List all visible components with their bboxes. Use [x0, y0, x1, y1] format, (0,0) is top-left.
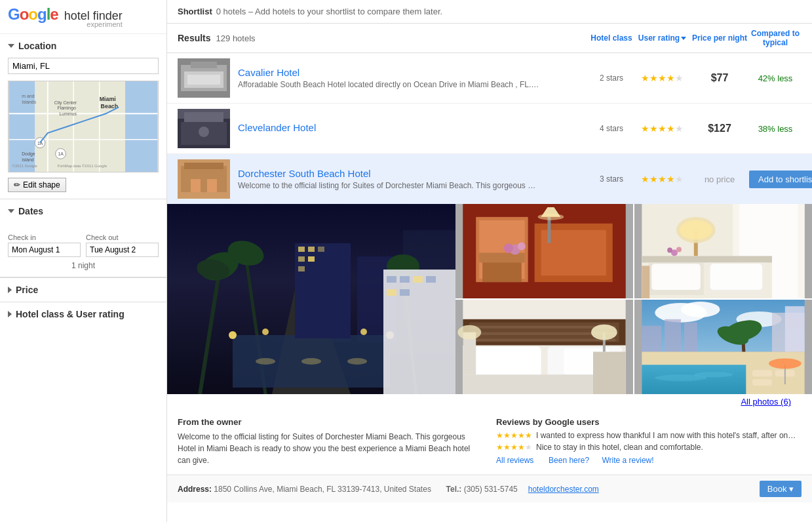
- review-item: ★★★★★ I wanted to express how thankful I…: [496, 431, 802, 440]
- hotel-details: From the owner Welcome to the official l…: [167, 409, 812, 475]
- svg-rect-112: [473, 339, 615, 342]
- svg-point-53: [256, 358, 275, 365]
- svg-text:Miami: Miami: [100, 96, 116, 102]
- photo-main-img: [167, 204, 455, 394]
- checkout-col: Check out: [86, 233, 159, 257]
- hotel-info: Dorchester South Beach Hotel Welcome to …: [230, 168, 589, 190]
- hotel-class-header[interactable]: Hotel class & User rating: [0, 302, 166, 326]
- reviews-title: Reviews by Google users: [496, 417, 802, 427]
- hotel-price: no price: [690, 173, 749, 185]
- review-links: All reviews Been here? Write a review!: [496, 456, 802, 465]
- location-label: Location: [18, 41, 56, 51]
- hotel-thumb-img: [178, 109, 230, 148]
- hotel-info: Cavalier Hotel Afforadable South Beach H…: [230, 67, 589, 89]
- col-hotel-class[interactable]: Hotel class: [589, 33, 634, 43]
- svg-point-144: [769, 358, 802, 369]
- svg-text:m and: m and: [22, 94, 34, 98]
- svg-rect-142: [752, 379, 772, 386]
- map-svg: m and Islands City Center Flamingo Lummu…: [9, 81, 158, 172]
- sidebar: Google hotel finder experiment Location: [0, 0, 167, 522]
- hotel-footer: Address: 1850 Collins Ave, Miami Beach, …: [167, 475, 812, 502]
- shortlist-bar: Shortlist 0 hotels – Add hotels to your …: [167, 0, 812, 24]
- svg-point-103: [676, 247, 682, 252]
- location-section: Location m and: [0, 34, 166, 199]
- svg-text:FishMap data ©2011 Google: FishMap data ©2011 Google: [58, 164, 107, 168]
- review-text: I wanted to express how thankful I am no…: [536, 431, 798, 440]
- svg-rect-2: [125, 81, 157, 172]
- price-header[interactable]: Price: [0, 278, 166, 302]
- hotel-compared: 38% less: [749, 124, 802, 134]
- hotel-desc: Afforadable South Beach Hotel located di…: [238, 80, 539, 89]
- write-review-link[interactable]: Write a review!: [602, 456, 653, 465]
- svg-text:©2011 Google: ©2011 Google: [12, 164, 38, 168]
- location-header[interactable]: Location: [0, 34, 166, 58]
- checkout-input[interactable]: [86, 243, 159, 257]
- hotel-thumb: [178, 109, 230, 148]
- checkin-col: Check in: [8, 233, 81, 257]
- svg-rect-31: [184, 112, 223, 122]
- svg-text:Island: Island: [22, 157, 34, 162]
- hotel-compared: Add to shortlist: [749, 171, 802, 188]
- hotel-thumb: [178, 58, 230, 98]
- been-here-link[interactable]: Been here?: [549, 456, 589, 465]
- svg-rect-74: [387, 289, 396, 296]
- svg-text:Flamingo: Flamingo: [58, 106, 76, 111]
- results-count: 129 hotels: [216, 33, 256, 43]
- checkin-input[interactable]: [8, 243, 81, 257]
- hotel-thumb-img: [178, 58, 230, 98]
- edit-shape-button[interactable]: ✏ Edit shape: [8, 178, 66, 192]
- shortlist-text: 0 hotels – Add hotels to your shortlist …: [216, 7, 442, 16]
- dates-header[interactable]: Dates: [0, 199, 166, 223]
- hotel-rating: ★★★★★: [634, 73, 690, 83]
- svg-rect-68: [298, 266, 305, 271]
- svg-point-95: [680, 220, 712, 240]
- svg-point-125: [681, 302, 720, 317]
- book-button[interactable]: Book ▾: [760, 481, 802, 497]
- svg-rect-69: [383, 270, 455, 394]
- col-user-rating[interactable]: User rating: [634, 33, 690, 43]
- hotel-thumb-img: [178, 159, 230, 199]
- svg-rect-128: [665, 319, 681, 352]
- footer-website-link[interactable]: hoteldorchester.com: [528, 485, 599, 494]
- footer-tel: Tel.: (305) 531-5745: [442, 485, 518, 494]
- location-input[interactable]: [8, 58, 159, 74]
- svg-rect-27: [191, 62, 217, 68]
- col-price[interactable]: Price per night: [690, 33, 749, 43]
- hotel-row[interactable]: Cavalier Hotel Afforadable South Beach H…: [167, 53, 812, 104]
- hotel-price: $127: [690, 123, 749, 134]
- hotel-info: Clevelander Hotel: [230, 122, 589, 135]
- from-owner-text: Welcome to the official listing for Suit…: [178, 431, 483, 466]
- google-logo: Google: [8, 5, 58, 24]
- svg-rect-37: [207, 179, 217, 192]
- all-photos-section: All photos (6): [167, 394, 812, 409]
- hotel-expanded-header-row[interactable]: Dorchester South Beach Hotel Welcome to …: [167, 154, 812, 204]
- hotel-compared: 42% less: [749, 73, 802, 83]
- main-content: Shortlist 0 hotels – Add hotels to your …: [167, 0, 812, 522]
- svg-rect-36: [191, 179, 201, 192]
- svg-rect-131: [785, 306, 805, 352]
- all-reviews-link[interactable]: All reviews: [496, 456, 533, 465]
- svg-point-57: [262, 329, 269, 335]
- svg-point-32: [199, 127, 209, 137]
- all-photos-link[interactable]: All photos (6): [730, 394, 802, 409]
- col-compared[interactable]: Compared to typical: [749, 29, 802, 47]
- shortlist-label: Shortlist: [178, 7, 212, 16]
- svg-point-122: [457, 325, 481, 340]
- svg-rect-34: [181, 166, 227, 192]
- add-shortlist-button[interactable]: Add to shortlist: [749, 171, 812, 188]
- svg-rect-100: [651, 264, 700, 290]
- dates-section: Dates Check in Check out 1 night: [0, 199, 166, 277]
- svg-text:Lummus: Lummus: [60, 111, 77, 116]
- svg-rect-84: [547, 217, 551, 243]
- hotel-class: 4 stars: [589, 124, 634, 133]
- svg-point-104: [667, 248, 672, 253]
- hotel-class-section: Hotel class & User rating: [0, 302, 166, 326]
- map-container: m and Islands City Center Flamingo Lummu…: [8, 81, 159, 172]
- svg-rect-67: [308, 256, 315, 262]
- results-label: Results: [178, 33, 211, 43]
- svg-rect-71: [400, 276, 410, 283]
- hotel-row[interactable]: Clevelander Hotel 4 stars ★★★★★ $127 38%…: [167, 104, 812, 154]
- reviews-section: Reviews by Google users ★★★★★ I wanted t…: [496, 417, 802, 466]
- svg-rect-26: [187, 75, 220, 85]
- svg-rect-66: [298, 256, 305, 262]
